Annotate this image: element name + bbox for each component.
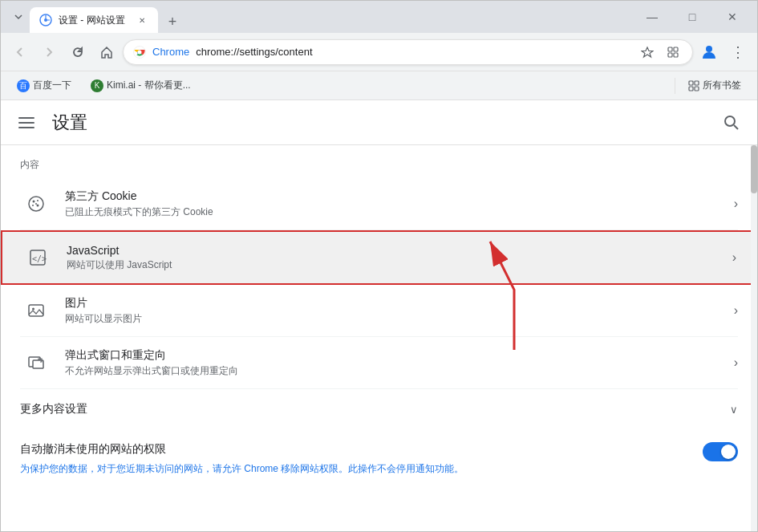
javascript-setting-item[interactable]: </> JavaScript 网站可以使用 JavaScript ›	[1, 230, 757, 285]
javascript-arrow-icon: ›	[732, 250, 736, 265]
cookie-text: 第三方 Cookie 已阻止无痕模式下的第三方 Cookie	[65, 189, 734, 219]
scroll-track	[751, 145, 757, 531]
settings-search-button[interactable]	[719, 110, 744, 136]
more-settings-item[interactable]: 更多内容设置 ∨	[20, 389, 738, 429]
tab-bar: 设置 - 网站设置 ✕ +	[30, 1, 627, 33]
bookmark-kimi-label: Kimi.ai - 帮你看更...	[107, 79, 191, 92]
address-url: chrome://settings/content	[196, 46, 631, 58]
home-button[interactable]	[94, 39, 120, 65]
svg-marker-4	[642, 47, 653, 57]
images-arrow-icon: ›	[734, 303, 738, 318]
settings-title: 设置	[52, 111, 87, 135]
svg-rect-14	[18, 117, 34, 119]
svg-rect-8	[674, 53, 678, 57]
profile-button[interactable]	[696, 39, 722, 65]
svg-point-20	[33, 201, 35, 203]
images-title: 图片	[65, 296, 734, 311]
popup-arrow-icon: ›	[734, 355, 738, 370]
svg-point-1	[44, 18, 47, 22]
back-button[interactable]	[7, 39, 33, 65]
svg-rect-7	[668, 53, 672, 57]
svg-rect-15	[18, 122, 34, 124]
svg-rect-16	[18, 127, 34, 128]
svg-rect-27	[29, 305, 43, 316]
kimi-icon: K	[91, 79, 103, 92]
content-section: 内容 第三方 Cookie 已阻止无痕模式下的第三方 Cookie ›	[1, 145, 757, 489]
settings-body: 内容 第三方 Cookie 已阻止无痕模式下的第三方 Cookie ›	[1, 145, 757, 531]
popup-desc: 不允许网站显示弹出式窗口或使用重定向	[65, 364, 734, 378]
more-settings-chevron-icon: ∨	[730, 404, 738, 416]
window-controls: — □ ✕	[634, 4, 751, 30]
svg-point-17	[725, 116, 735, 126]
svg-rect-5	[668, 47, 672, 51]
bookmark-baidu[interactable]: 百 百度一下	[10, 75, 78, 95]
auto-revoke-desc: 为保护您的数据，对于您近期未访问的网站，请允许 Chrome 移除网站权限。此操…	[20, 461, 690, 476]
tab-strip-arrow[interactable]	[7, 6, 30, 28]
images-setting-item[interactable]: 图片 网站可以显示图片 ›	[20, 285, 738, 337]
svg-rect-6	[674, 47, 678, 51]
svg-point-23	[37, 205, 39, 207]
images-text: 图片 网站可以显示图片	[65, 296, 734, 326]
tab-title: 设置 - 网站设置	[59, 14, 129, 27]
bookmark-kimi[interactable]: K Kimi.ai - 帮你看更...	[84, 75, 197, 95]
tab-close-button[interactable]: ✕	[136, 14, 148, 26]
cookie-title: 第三方 Cookie	[65, 189, 734, 204]
maximize-button[interactable]: □	[674, 4, 711, 30]
toolbar: Chrome chrome://settings/content ⋮	[1, 33, 757, 71]
svg-rect-11	[689, 87, 693, 91]
popup-title: 弹出式窗口和重定向	[65, 348, 734, 363]
auto-revoke-toggle[interactable]	[703, 442, 738, 461]
main-content: 设置 内容 第三方 Cookie 已阻止无痕模式下	[1, 100, 757, 531]
active-tab[interactable]: 设置 - 网站设置 ✕	[30, 7, 158, 33]
browser-window: 设置 - 网站设置 ✕ + — □ ✕	[0, 0, 758, 532]
svg-rect-13	[695, 87, 699, 91]
tab-favicon	[39, 14, 52, 26]
baidu-icon: 百	[17, 79, 30, 92]
minimize-button[interactable]: —	[634, 4, 671, 30]
new-tab-button[interactable]: +	[161, 10, 184, 33]
auto-revoke-section: 自动撤消未使用的网站的权限 为保护您的数据，对于您近期未访问的网站，请允许 Ch…	[20, 429, 738, 489]
auto-revoke-text: 自动撤消未使用的网站的权限 为保护您的数据，对于您近期未访问的网站，请允许 Ch…	[20, 442, 690, 476]
cookie-icon	[20, 188, 52, 220]
cookie-desc: 已阻止无痕模式下的第三方 Cookie	[65, 205, 734, 219]
popup-icon	[20, 347, 52, 379]
svg-rect-10	[689, 81, 693, 85]
extension-puzzle-button[interactable]	[663, 43, 683, 62]
images-desc: 网站可以显示图片	[65, 312, 734, 326]
svg-point-3	[138, 50, 142, 54]
cookie-arrow-icon: ›	[734, 197, 738, 211]
settings-header: 设置	[1, 100, 757, 145]
more-settings-label: 更多内容设置	[20, 402, 730, 416]
svg-rect-12	[695, 81, 699, 85]
address-favicon	[133, 46, 146, 59]
images-icon	[20, 294, 52, 327]
address-brand: Chrome	[152, 46, 189, 58]
javascript-title: JavaScript	[67, 244, 732, 257]
scroll-thumb[interactable]	[751, 145, 757, 193]
settings-menu-icon[interactable]	[14, 110, 39, 136]
all-bookmarks-label: 所有书签	[703, 79, 741, 92]
javascript-text: JavaScript 网站可以使用 JavaScript	[67, 244, 732, 272]
javascript-icon: </>	[22, 242, 54, 274]
svg-line-18	[734, 125, 738, 129]
popup-text: 弹出式窗口和重定向 不允许网站显示弹出式窗口或使用重定向	[65, 348, 734, 378]
javascript-desc: 网站可以使用 JavaScript	[67, 258, 732, 272]
menu-button[interactable]: ⋮	[725, 39, 751, 65]
bookmarks-bar: 百 百度一下 K Kimi.ai - 帮你看更... 所有书签	[1, 71, 757, 100]
cookie-setting-item[interactable]: 第三方 Cookie 已阻止无痕模式下的第三方 Cookie ›	[20, 178, 738, 230]
settings-page: 设置 内容 第三方 Cookie 已阻止无痕模式下	[1, 100, 757, 531]
auto-revoke-title: 自动撤消未使用的网站的权限	[20, 442, 690, 457]
bookmarks-divider	[675, 78, 675, 94]
forward-button[interactable]	[36, 39, 62, 65]
svg-point-9	[706, 46, 712, 52]
svg-point-24	[35, 203, 37, 205]
svg-point-22	[32, 205, 34, 206]
close-button[interactable]: ✕	[714, 4, 751, 30]
popup-setting-item[interactable]: 弹出式窗口和重定向 不允许网站显示弹出式窗口或使用重定向 ›	[20, 337, 738, 389]
reload-button[interactable]	[65, 39, 91, 65]
address-bar[interactable]: Chrome chrome://settings/content	[123, 39, 693, 65]
all-bookmarks-button[interactable]: 所有书签	[682, 75, 748, 95]
svg-point-28	[32, 308, 34, 311]
bookmark-baidu-label: 百度一下	[33, 79, 71, 92]
bookmark-star-button[interactable]	[638, 43, 657, 62]
